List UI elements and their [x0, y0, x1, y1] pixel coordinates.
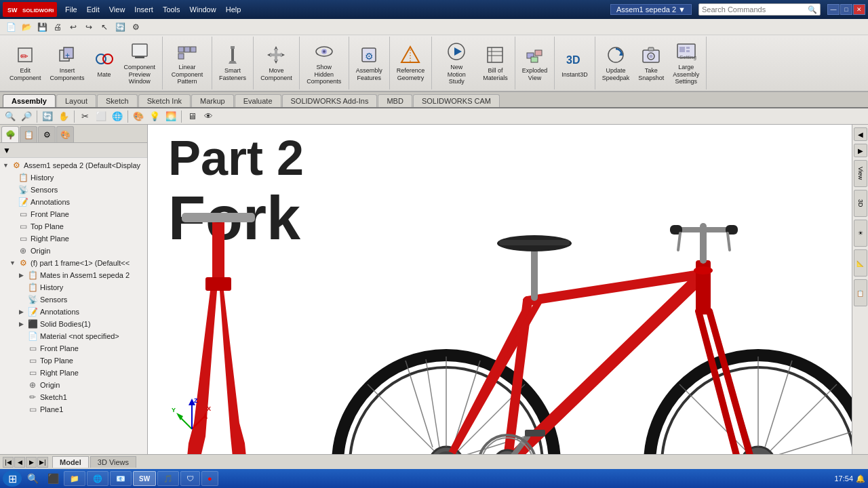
- tree-item-top-plane2[interactable]: ▭ Top Plane: [0, 354, 147, 367]
- tab-assembly[interactable]: Assembly: [3, 94, 56, 107]
- minimize-button[interactable]: —: [827, 4, 840, 15]
- right-btn-1[interactable]: ◀: [854, 127, 867, 141]
- update-speedpak-button[interactable]: UpdateSpeedpak: [598, 37, 634, 89]
- taskbar-other-app-1[interactable]: 🛡: [180, 471, 200, 486]
- tab-markup[interactable]: Markup: [191, 94, 234, 107]
- panel-tab-properties[interactable]: 📋: [20, 126, 37, 142]
- expand-annotations2[interactable]: ▶: [19, 308, 27, 315]
- tree-item-assem1[interactable]: ▼ ⚙ Assem1 sepeda 2 (Default<Display: [0, 159, 147, 171]
- orientation-button[interactable]: 🌐: [110, 110, 125, 123]
- exploded-view-button[interactable]: ExplodedView: [518, 37, 552, 89]
- bottom-tab-3d-views[interactable]: 3D Views: [90, 456, 136, 468]
- taskbar-solidworks-app[interactable]: SW: [133, 471, 156, 486]
- menu-view[interactable]: View: [105, 4, 130, 15]
- tree-item-plane1[interactable]: ▭ Plane1: [0, 403, 147, 415]
- instant3d-button[interactable]: 3D Instant3D: [557, 37, 592, 89]
- tree-item-sensors[interactable]: 📡 Sensors: [0, 184, 147, 196]
- save-button[interactable]: 💾: [35, 21, 49, 33]
- right-btn-7[interactable]: 📋: [854, 279, 867, 306]
- assembly-features-button[interactable]: ⚙ AssemblyFeatures: [352, 37, 387, 89]
- tree-item-origin[interactable]: ⊕ Origin: [0, 245, 147, 257]
- tab-evaluate[interactable]: Evaluate: [235, 94, 281, 107]
- show-hidden-button[interactable]: Show HiddenComponents: [302, 37, 346, 89]
- expand-part1-frame[interactable]: ▼: [9, 260, 18, 266]
- rotate-view-button[interactable]: 🔄: [40, 110, 55, 123]
- scene-button[interactable]: 🌅: [163, 110, 178, 123]
- tab-solidworks-cam[interactable]: SOLIDWORKS CAM: [413, 94, 500, 107]
- taskbar-media-player[interactable]: 🎵: [157, 471, 179, 486]
- reference-geometry-button[interactable]: ReferenceGeometry: [393, 37, 429, 89]
- view-selector-button[interactable]: ⬜: [94, 110, 108, 123]
- tab-mbd[interactable]: MBD: [378, 94, 412, 107]
- tree-item-top-plane[interactable]: ▭ Top Plane: [0, 220, 147, 232]
- menu-tools[interactable]: Tools: [159, 4, 184, 15]
- tab-layout[interactable]: Layout: [56, 94, 96, 107]
- tab-nav-first[interactable]: |◀: [3, 457, 14, 468]
- open-button[interactable]: 📂: [20, 21, 33, 33]
- expand-solid-bodies[interactable]: ▶: [19, 321, 27, 327]
- 3d-viewport[interactable]: Part 2 Fork: [148, 125, 852, 454]
- taskbar-file-explorer[interactable]: 📁: [64, 471, 85, 486]
- menu-insert[interactable]: Insert: [130, 4, 157, 15]
- taskbar-task-view-button[interactable]: ⬛: [43, 470, 62, 487]
- right-btn-5[interactable]: ☀: [854, 220, 867, 247]
- tab-sketch-ink[interactable]: Sketch Ink: [138, 94, 191, 107]
- motion-study-button[interactable]: NewMotion Study: [435, 37, 478, 89]
- close-button[interactable]: ✕: [853, 4, 865, 15]
- taskbar-email[interactable]: 📧: [110, 471, 132, 486]
- tab-nav-next[interactable]: ▶: [26, 457, 37, 468]
- lighting-button[interactable]: 💡: [147, 110, 162, 123]
- menu-edit[interactable]: Edit: [83, 4, 104, 15]
- appearance-button[interactable]: 🎨: [131, 110, 146, 123]
- tree-item-front-plane2[interactable]: ▭ Front Plane: [0, 342, 147, 354]
- tab-sketch[interactable]: Sketch: [97, 94, 138, 107]
- move-component-button[interactable]: MoveComponent: [256, 37, 296, 89]
- component-preview-button[interactable]: ComponentPreviewWindow: [120, 37, 160, 89]
- tree-item-history2[interactable]: 📋 History: [0, 281, 147, 293]
- right-btn-4[interactable]: 3D: [854, 190, 867, 217]
- tree-item-annotations[interactable]: 📝 Annotations: [0, 196, 147, 208]
- search-box[interactable]: 🔍: [698, 3, 821, 16]
- new-button[interactable]: 📄: [4, 21, 18, 33]
- tab-nav-last[interactable]: ▶|: [37, 457, 48, 468]
- expand-mates[interactable]: ▶: [19, 272, 27, 279]
- right-btn-6[interactable]: 📐: [854, 249, 867, 277]
- bottom-tab-model[interactable]: Model: [52, 456, 89, 468]
- redo-button[interactable]: ↪: [82, 21, 96, 33]
- section-view-button[interactable]: ✂: [77, 110, 92, 123]
- assembly-name[interactable]: Assem1 sepeda 2 ▼: [610, 4, 692, 15]
- tree-item-front-plane[interactable]: ▭ Front Plane: [0, 208, 147, 220]
- tree-item-part1-frame[interactable]: ▼ ⚙ (f) part 1 frame<1> (Default<<: [0, 257, 147, 269]
- hide-show-button[interactable]: 👁: [201, 110, 216, 123]
- taskbar-browser[interactable]: 🌐: [87, 471, 108, 486]
- tree-item-history[interactable]: 📋 History: [0, 171, 147, 184]
- zoom-in-button[interactable]: 🔎: [19, 110, 34, 123]
- maximize-button[interactable]: □: [840, 4, 852, 15]
- notification-icon[interactable]: 🔔: [856, 474, 865, 483]
- rebuild-button[interactable]: 🔄: [113, 21, 127, 33]
- panel-tab-config[interactable]: ⚙: [38, 126, 56, 142]
- tree-item-material[interactable]: 📄 Material <not specified>: [0, 330, 147, 342]
- search-input[interactable]: [702, 5, 808, 14]
- right-btn-3[interactable]: View: [854, 160, 867, 187]
- tree-item-solid-bodies[interactable]: ▶ ⬛ Solid Bodies(1): [0, 318, 147, 330]
- taskbar-other-app-2[interactable]: ●: [201, 471, 218, 486]
- tree-item-right-plane[interactable]: ▭ Right Plane: [0, 232, 147, 245]
- options-button[interactable]: ⚙: [129, 21, 142, 33]
- pan-button[interactable]: ✋: [56, 110, 71, 123]
- menu-file[interactable]: File: [61, 4, 81, 15]
- undo-button[interactable]: ↩: [66, 21, 80, 33]
- right-btn-2[interactable]: ▶: [854, 144, 867, 157]
- print-button[interactable]: 🖨: [51, 21, 64, 33]
- tree-item-origin2[interactable]: ⊕ Origin: [0, 379, 147, 391]
- large-assembly-settings-button[interactable]: Settings LargeAssemblySettings: [669, 37, 703, 89]
- tree-item-right-plane2[interactable]: ▭ Right Plane: [0, 367, 147, 379]
- insert-components-button[interactable]: + InsertComponents: [46, 37, 89, 89]
- bill-of-materials-button[interactable]: Bill ofMaterials: [479, 37, 512, 89]
- take-snapshot-button[interactable]: TakeSnapshot: [634, 37, 668, 89]
- taskbar-search-button[interactable]: 🔍: [23, 470, 42, 487]
- panel-tab-display[interactable]: 🎨: [56, 126, 74, 142]
- select-button[interactable]: ↖: [98, 21, 111, 33]
- expand-assem1[interactable]: ▼: [3, 162, 11, 169]
- tab-solidworks-addins[interactable]: SOLIDWORKS Add-Ins: [282, 94, 378, 107]
